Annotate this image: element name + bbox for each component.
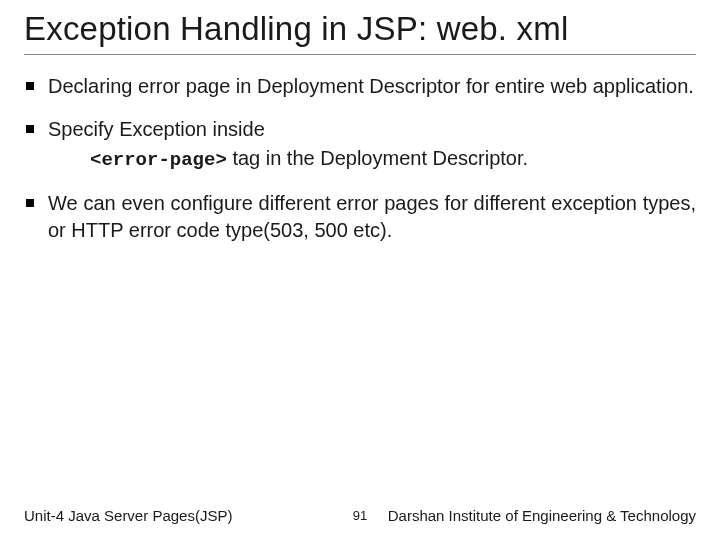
slide: Exception Handling in JSP: web. xml Decl… — [0, 0, 720, 540]
code-tag: <error-page> — [90, 149, 227, 171]
bullet-subtext: tag in the Deployment Descriptor. — [227, 147, 528, 169]
list-item: We can even configure different error pa… — [24, 190, 696, 244]
bullet-list: Declaring error page in Deployment Descr… — [24, 73, 696, 244]
bullet-subline: <error-page> tag in the Deployment Descr… — [48, 145, 696, 174]
bullet-text: Specify Exception inside — [48, 118, 265, 140]
bullet-text: We can even configure different error pa… — [48, 192, 696, 241]
footer-unit: Unit-4 Java Server Pages(JSP) — [24, 507, 232, 524]
list-item: Declaring error page in Deployment Descr… — [24, 73, 696, 100]
list-item: Specify Exception inside <error-page> ta… — [24, 116, 696, 174]
footer-institute: Darshan Institute of Engineering & Techn… — [388, 507, 696, 524]
footer: Unit-4 Java Server Pages(JSP) 91 Darshan… — [0, 507, 720, 524]
page-title: Exception Handling in JSP: web. xml — [24, 10, 696, 55]
bullet-text: Declaring error page in Deployment Descr… — [48, 75, 694, 97]
footer-page-number: 91 — [353, 508, 367, 523]
